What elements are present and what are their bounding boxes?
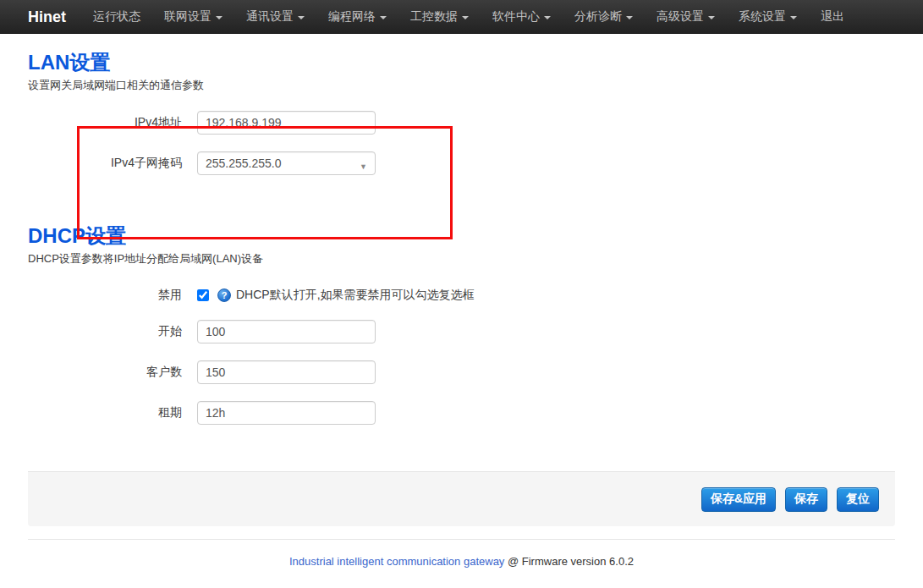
brand-logo[interactable]: Hinet [0, 0, 74, 33]
nav-item-comm-settings[interactable]: 通讯设置 [234, 0, 316, 33]
nav-item-label: 软件中心 [492, 9, 540, 25]
dhcp-start-row: 开始 [28, 320, 895, 343]
dhcp-disable-label: 禁用 [28, 288, 182, 303]
nav-list: 运行状态 联网设置 通讯设置 编程网络 工控数据 软件中心 分析诊断 高级设置 [81, 0, 856, 33]
lan-section-subtitle: 设置网关局域网端口相关的通信参数 [28, 78, 895, 93]
nav-item-label: 系统设置 [739, 9, 786, 25]
dhcp-disable-row: 禁用 ? DHCP默认打开,如果需要禁用可以勾选复选框 [28, 289, 895, 302]
page-content: LAN设置 设置网关局域网端口相关的通信参数 IPv4地址 IPv4子网掩码 2… [0, 51, 923, 425]
dhcp-section-subtitle: DHCP设置参数将IP地址分配给局域网(LAN)设备 [28, 251, 895, 267]
nav-item-analysis-diagnosis[interactable]: 分析诊断 [563, 0, 645, 33]
dhcp-start-field[interactable] [197, 320, 376, 343]
chevron-down-icon [544, 16, 551, 19]
nav-item-label: 退出 [821, 9, 844, 25]
chevron-down-icon [298, 16, 305, 19]
chevron-down-icon [462, 16, 469, 19]
nav-item-label: 联网设置 [164, 9, 212, 25]
top-navbar: Hinet 运行状态 联网设置 通讯设置 编程网络 工控数据 软件中心 分析诊断 [0, 0, 923, 34]
subnet-mask-selected-value: 255.255.255.0 [206, 157, 282, 170]
nav-item-industrial-data[interactable]: 工控数据 [398, 0, 481, 33]
chevron-down-icon [626, 16, 633, 19]
nav-item-label: 高级设置 [657, 9, 704, 25]
dhcp-clients-label: 客户数 [28, 365, 182, 380]
save-apply-button[interactable]: 保存&应用 [701, 487, 776, 512]
save-button[interactable]: 保存 [785, 487, 827, 512]
nav-item-system-settings[interactable]: 系统设置 [727, 0, 809, 33]
nav-item-label: 编程网络 [328, 9, 376, 25]
lan-section-title: LAN设置 [28, 51, 895, 74]
chevron-down-icon [790, 16, 797, 19]
footer-version-text: @ Firmware version 6.0.2 [504, 555, 634, 568]
subnet-mask-row: IPv4子网掩码 255.255.255.0 ▼ [28, 151, 895, 175]
ipv4-address-label: IPv4地址 [28, 115, 182, 130]
ipv4-address-field[interactable] [197, 111, 376, 135]
dhcp-lease-field[interactable] [197, 401, 376, 425]
chevron-down-icon [216, 16, 223, 19]
nav-item-label: 工控数据 [410, 9, 458, 25]
nav-item-network-settings[interactable]: 联网设置 [152, 0, 234, 33]
nav-item-label: 通讯设置 [246, 9, 294, 25]
page-footer: Industrial intelligent communication gat… [28, 539, 895, 568]
nav-item-programming-network[interactable]: 编程网络 [316, 0, 398, 33]
subnet-mask-label: IPv4子网掩码 [28, 156, 182, 171]
footer-link[interactable]: Industrial intelligent communication gat… [289, 555, 504, 568]
dhcp-clients-field[interactable] [197, 360, 376, 384]
dhcp-clients-row: 客户数 [28, 360, 895, 384]
dhcp-section-title: DHCP设置 [28, 224, 895, 248]
chevron-down-icon [380, 16, 387, 19]
nav-item-status[interactable]: 运行状态 [81, 0, 152, 33]
action-bar: 保存&应用 保存 复位 [28, 471, 895, 526]
nav-item-software-center[interactable]: 软件中心 [481, 0, 563, 33]
annotation-rectangle [77, 126, 453, 239]
dhcp-disable-checkbox[interactable] [197, 289, 209, 301]
select-arrow-icon: ▼ [360, 159, 367, 174]
subnet-mask-select[interactable]: 255.255.255.0 ▼ [197, 151, 376, 175]
nav-item-label: 分析诊断 [574, 9, 622, 25]
dhcp-disable-help-text: DHCP默认打开,如果需要禁用可以勾选复选框 [236, 288, 475, 303]
dhcp-lease-row: 租期 [28, 401, 895, 425]
chevron-down-icon [708, 16, 715, 19]
nav-item-label: 运行状态 [93, 9, 140, 25]
dhcp-start-label: 开始 [28, 324, 182, 339]
ipv4-address-row: IPv4地址 [28, 111, 895, 135]
reset-button[interactable]: 复位 [837, 487, 879, 512]
dhcp-lease-label: 租期 [28, 405, 182, 420]
nav-item-advanced-settings[interactable]: 高级设置 [645, 0, 727, 33]
nav-item-logout[interactable]: 退出 [809, 0, 856, 33]
help-icon[interactable]: ? [217, 289, 231, 302]
